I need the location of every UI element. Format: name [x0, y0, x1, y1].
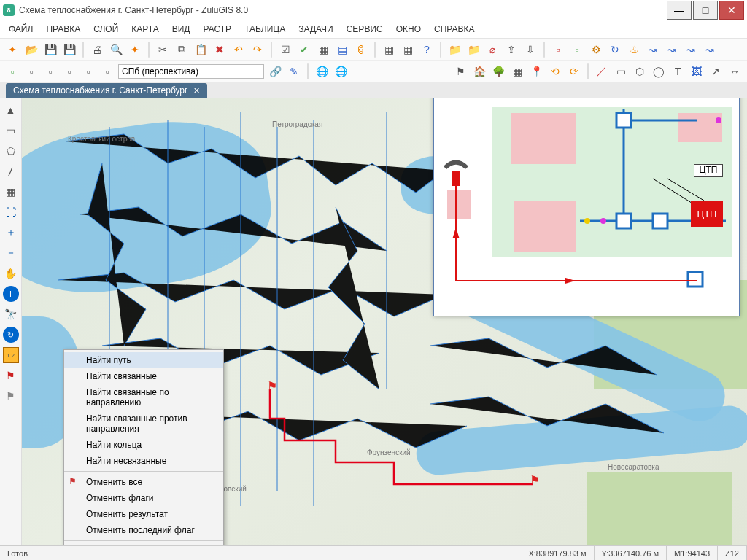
- ctx-find-disconnected[interactable]: Найти несвязанные: [64, 453, 223, 469]
- layer-add-icon[interactable]: ▫: [4, 63, 20, 79]
- pan-icon[interactable]: ✋: [3, 265, 19, 281]
- pen-icon[interactable]: ✎: [286, 63, 302, 79]
- layer-vis-icon[interactable]: ▫: [61, 63, 77, 79]
- legend-icon[interactable]: 1.2: [3, 347, 19, 363]
- db-icon[interactable]: 🛢: [353, 42, 369, 58]
- validate-icon[interactable]: ✔: [296, 42, 312, 58]
- pipe1-icon[interactable]: ↝: [645, 42, 661, 58]
- fwd-icon[interactable]: ⟳: [566, 63, 582, 79]
- menu-tasks[interactable]: ЗАДАЧИ: [298, 24, 333, 34]
- house-icon[interactable]: 🏠: [471, 63, 487, 79]
- draw-img-icon[interactable]: 🖼: [689, 63, 705, 79]
- tree-icon[interactable]: 🌳: [490, 63, 506, 79]
- ctx-find-loops[interactable]: Найти кольца: [64, 437, 223, 453]
- folder1-icon[interactable]: 📁: [446, 42, 462, 58]
- pump-icon[interactable]: ↻: [607, 42, 623, 58]
- document-tab[interactable]: Схема теплоснабжения г. Санкт-Петербург …: [6, 83, 207, 98]
- layers-icon[interactable]: ▤: [334, 42, 350, 58]
- flag-clear-icon[interactable]: ⚑: [3, 388, 19, 404]
- zoom-in-icon[interactable]: ＋: [3, 225, 19, 241]
- draw-poly-icon[interactable]: ⬡: [632, 63, 648, 79]
- new-icon[interactable]: ✦: [4, 42, 20, 58]
- globe1-icon[interactable]: 🌐: [314, 63, 330, 79]
- layer-prop-icon[interactable]: ▫: [99, 63, 115, 79]
- import-icon[interactable]: ⇩: [522, 42, 538, 58]
- binoculars-icon[interactable]: 🔭: [3, 306, 19, 322]
- ctx-cancel-flags[interactable]: Отменить флаги: [64, 490, 223, 506]
- print-icon[interactable]: 🖨: [89, 42, 105, 58]
- draw-circ-icon[interactable]: ◯: [651, 63, 667, 79]
- window-minimize-button[interactable]: —: [667, 1, 692, 20]
- ctx-cancel-all[interactable]: ⚑Отменить все: [64, 474, 223, 490]
- saveall-icon[interactable]: 💾: [61, 42, 77, 58]
- source-icon[interactable]: ▫: [569, 42, 585, 58]
- ctx-find-connected[interactable]: Найти связанные: [64, 368, 223, 384]
- newdoc-icon[interactable]: ✦: [127, 42, 143, 58]
- select-line-icon[interactable]: 〳: [3, 163, 19, 179]
- copy-icon[interactable]: ⧉: [174, 42, 190, 58]
- info-icon[interactable]: i: [3, 286, 19, 302]
- pipe2-icon[interactable]: ↝: [664, 42, 680, 58]
- draw-dim-icon[interactable]: ↔: [727, 63, 743, 79]
- flag-red-icon[interactable]: ⚑: [3, 368, 19, 384]
- delete-icon[interactable]: ✖: [212, 42, 228, 58]
- menu-layer[interactable]: СЛОЙ: [93, 24, 118, 34]
- menu-table[interactable]: ТАБЛИЦА: [244, 24, 285, 34]
- save-icon[interactable]: 💾: [42, 42, 58, 58]
- layer-del-icon[interactable]: ▫: [23, 63, 39, 79]
- pointer-icon[interactable]: ▲: [3, 102, 19, 118]
- grid-icon[interactable]: ▦: [315, 42, 331, 58]
- undo-icon[interactable]: ↶: [231, 42, 247, 58]
- map-canvas[interactable]: ⚑ ⚑ Петроградская Крестовский остров Мос…: [22, 98, 747, 545]
- zoom-rect-icon[interactable]: ▦: [3, 184, 19, 200]
- ctx-find-path[interactable]: Найти путь: [64, 352, 223, 368]
- folder2-icon[interactable]: 📁: [465, 42, 481, 58]
- zoom-out-icon[interactable]: －: [3, 245, 19, 261]
- preview-icon[interactable]: 🔍: [108, 42, 124, 58]
- node-icon[interactable]: ▫: [550, 42, 566, 58]
- consumer-icon[interactable]: ♨: [626, 42, 642, 58]
- layer-move-icon[interactable]: ▫: [80, 63, 96, 79]
- window-close-button[interactable]: ✕: [719, 1, 744, 20]
- paste-icon[interactable]: 📋: [193, 42, 209, 58]
- menu-raster[interactable]: РАСТР: [203, 24, 231, 34]
- draw-line-icon[interactable]: ／: [594, 63, 610, 79]
- pin-icon[interactable]: 📍: [528, 63, 544, 79]
- ctx-find-connected-against[interactable]: Найти связанные против направления: [64, 411, 223, 437]
- layer-edit-icon[interactable]: ▫: [42, 63, 58, 79]
- ctx-create-group[interactable]: Создать группу: [64, 543, 223, 545]
- export-icon[interactable]: ⇪: [503, 42, 519, 58]
- draw-text-icon[interactable]: T: [670, 63, 686, 79]
- layer-selector[interactable]: [118, 64, 264, 79]
- strike-icon[interactable]: ⌀: [484, 42, 500, 58]
- menu-map[interactable]: КАРТА: [131, 24, 158, 34]
- bookmark-icon[interactable]: ⚑: [452, 63, 468, 79]
- redo-icon[interactable]: ↷: [249, 42, 266, 58]
- pipe3-icon[interactable]: ↝: [683, 42, 699, 58]
- refresh-icon[interactable]: ↻: [3, 327, 19, 343]
- fullextent-icon[interactable]: ⛶: [3, 204, 19, 220]
- menu-service[interactable]: СЕРВИС: [347, 24, 383, 34]
- menu-view[interactable]: ВИД: [172, 24, 190, 34]
- ctx-cancel-result[interactable]: Отменить результат: [64, 506, 223, 522]
- open-icon[interactable]: 📂: [23, 42, 39, 58]
- cut-icon[interactable]: ✂: [155, 42, 171, 58]
- help-icon[interactable]: ?: [419, 42, 435, 58]
- draw-arrow-icon[interactable]: ↗: [708, 63, 724, 79]
- labels-icon[interactable]: ▦: [400, 42, 416, 58]
- menu-window[interactable]: ОКНО: [396, 24, 421, 34]
- tab-close-icon[interactable]: ✕: [193, 86, 200, 96]
- window-maximize-button[interactable]: □: [693, 1, 718, 20]
- road-icon[interactable]: ▦: [509, 63, 525, 79]
- menu-help[interactable]: СПРАВКА: [434, 24, 475, 34]
- globe2-icon[interactable]: 🌐: [333, 63, 349, 79]
- schematic-subwindow[interactable]: Четырехтрубная схема тепловой сети после…: [433, 98, 740, 316]
- ctx-find-connected-dir[interactable]: Найти связанные по направлению: [64, 384, 223, 411]
- checkbox-icon[interactable]: ☑: [277, 42, 293, 58]
- select-rect-icon[interactable]: ▭: [3, 122, 19, 139]
- table-icon[interactable]: ▦: [381, 42, 397, 58]
- link-icon[interactable]: 🔗: [267, 63, 283, 79]
- back-icon[interactable]: ⟲: [547, 63, 563, 79]
- menu-file[interactable]: ФАЙЛ: [9, 24, 33, 34]
- menu-edit[interactable]: ПРАВКА: [46, 24, 80, 34]
